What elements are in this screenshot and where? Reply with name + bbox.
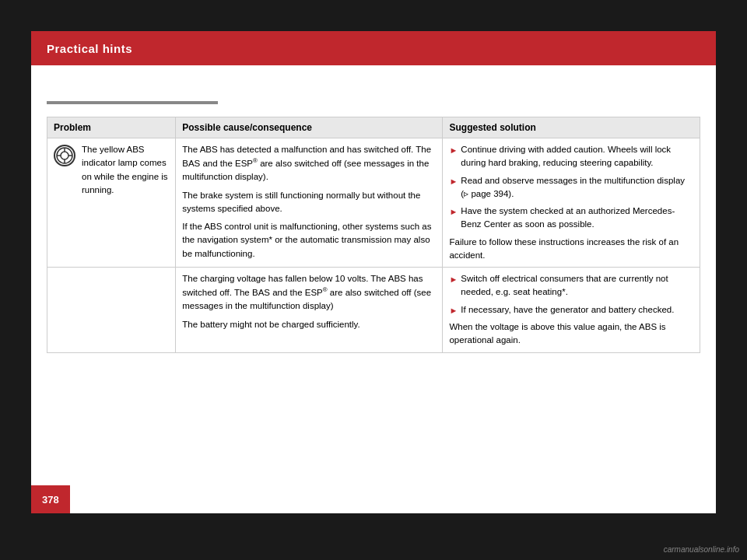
arrow-icon-4: ►	[449, 273, 458, 286]
table-row: The charging voltage has fallen below 10…	[47, 268, 700, 353]
col-header-solution: Suggested solution	[443, 117, 700, 138]
cause-para-5: The battery might not be charged suffici…	[182, 318, 436, 331]
solution-item-3: ► Have the system checked at an authoriz…	[449, 205, 693, 232]
col-header-problem: Problem	[47, 117, 176, 138]
cause-para-3: If the ABS control unit is malfunctionin…	[182, 220, 436, 261]
hints-table: Problem Possible cause/consequence Sugge…	[47, 117, 700, 353]
problem-cell-1: The yellow ABS indicator lamp comes on w…	[47, 138, 176, 268]
arrow-icon-5: ►	[449, 304, 458, 317]
watermark: carmanualsonline.info	[664, 545, 739, 554]
arrow-icon-3: ►	[449, 205, 458, 219]
page-content: Practical hints Problem Possible cause/c…	[31, 31, 716, 513]
cause-cell-1: The ABS has detected a malfunction and h…	[176, 138, 443, 268]
solution-text-3: Have the system checked at an authorized…	[461, 205, 693, 232]
col-header-cause: Possible cause/consequence	[176, 117, 443, 138]
arrow-icon-1: ►	[449, 144, 458, 157]
content-area: Problem Possible cause/consequence Sugge…	[31, 65, 716, 361]
solution-cell-1: ► Continue driving with added caution. W…	[443, 138, 700, 268]
cause-para-2: The brake system is still functioning no…	[182, 189, 436, 216]
solution-text-4: Switch off electrical consumers that are…	[461, 272, 693, 299]
header-banner: Practical hints	[31, 31, 716, 65]
solution-item-4: ► Switch off electrical consumers that a…	[449, 272, 693, 299]
solution-text-2: Read and observe messages in the multifu…	[461, 174, 693, 201]
problem-cell-2	[47, 268, 176, 353]
solution-item-5: ► If necessary, have the generator and b…	[449, 303, 693, 317]
solution-item-2: ► Read and observe messages in the multi…	[449, 174, 693, 201]
solution-text-5: If necessary, have the generator and bat…	[461, 303, 674, 317]
cause-para-4: The charging voltage has fallen below 10…	[182, 272, 436, 313]
divider-bar	[47, 101, 218, 104]
solution-text-1: Continue driving with added caution. Whe…	[461, 143, 693, 170]
cause-para-1: The ABS has detected a malfunction and h…	[182, 143, 436, 184]
page-title: Practical hints	[47, 42, 132, 55]
solution-item-1: ► Continue driving with added caution. W…	[449, 143, 693, 170]
failure-note-1: Failure to follow these instructions inc…	[449, 236, 693, 263]
problem-text-1: The yellow ABS indicator lamp comes on w…	[82, 143, 169, 197]
failure-note-2: When the voltage is above this value aga…	[449, 320, 693, 348]
svg-point-1	[61, 152, 68, 159]
cause-cell-2: The charging voltage has fallen below 10…	[176, 268, 443, 353]
page-number-box: 378	[31, 485, 70, 513]
arrow-icon-2: ►	[449, 175, 458, 188]
abs-icon	[54, 145, 75, 166]
solution-cell-2: ► Switch off electrical consumers that a…	[443, 268, 700, 353]
page-number: 378	[42, 494, 59, 506]
table-row: The yellow ABS indicator lamp comes on w…	[47, 138, 700, 268]
